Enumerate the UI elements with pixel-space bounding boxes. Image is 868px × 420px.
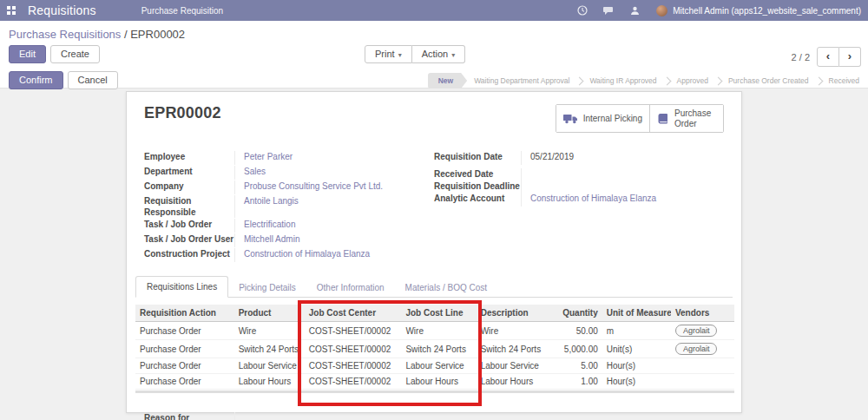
table-row[interactable]: Purchase Order Labour Hours COST-SHEET/0… [135, 374, 734, 390]
breadcrumb: Purchase Requisitions / EPR00002 [0, 21, 868, 41]
pager-previous-button[interactable]: ‹ [817, 47, 839, 67]
cancel-button[interactable]: Cancel [68, 71, 118, 89]
field-value-link[interactable]: Construction of Himalaya Elanza [521, 193, 724, 207]
field-analytic-account: Analytic Account Construction of Himalay… [434, 193, 724, 207]
field-requisition-responsible: Requisition Responsible Antoile Langis [144, 195, 434, 218]
requisition-lines-table: Requisition Action Product Job Cost Cent… [135, 305, 734, 390]
field-value-link[interactable]: Peter Parker [234, 151, 434, 165]
tab-picking-details[interactable]: Picking Details [228, 278, 306, 298]
edit-button[interactable]: Edit [9, 45, 46, 63]
field-requisition-deadline: Requisition Deadline [434, 180, 724, 193]
vendor-tag[interactable]: Agrolait [675, 343, 718, 355]
field-value-link[interactable]: Electrification [234, 219, 434, 233]
table-row[interactable]: Purchase Order Labour Service COST-SHEET… [135, 358, 734, 374]
col-vendors[interactable]: Vendors [671, 305, 734, 322]
col-job-cost-line[interactable]: Job Cost Line [401, 305, 476, 322]
create-button[interactable]: Create [50, 45, 100, 63]
purchase-order-button[interactable]: Purchase Order [649, 105, 723, 132]
field-employee: Employee Peter Parker [144, 151, 434, 165]
col-product[interactable]: Product [234, 305, 305, 322]
field-group-left: Employee Peter Parker Department Sales C… [144, 151, 434, 263]
field-value-link[interactable]: Construction of Himalaya Elanza [234, 248, 434, 262]
notebook-tabs: Requisitions Lines Picking Details Other… [135, 275, 733, 298]
breadcrumb-current: EPR00002 [130, 28, 185, 41]
chevron-down-icon: ▾ [451, 51, 455, 59]
col-description[interactable]: Description [477, 305, 551, 322]
app-title[interactable]: Requisitions [28, 3, 96, 17]
field-value [521, 168, 724, 180]
vendor-tag[interactable]: Agrolait [675, 325, 718, 337]
stat-button-label: Purchase Order [674, 108, 716, 128]
field-reason-for-requisitions: Reason for Requisitions [144, 412, 733, 420]
breadcrumb-parent-link[interactable]: Purchase Requisitions [9, 28, 121, 41]
field-received-date: Received Date [434, 168, 724, 180]
tab-requisitions-lines[interactable]: Requisitions Lines [135, 276, 228, 298]
chevron-down-icon: ▾ [398, 51, 402, 59]
status-step-waiting-ir-approved[interactable]: Waiting IR Approved [582, 76, 663, 85]
top-navbar: Requisitions Purchase Requisition Mitche… [0, 0, 868, 21]
field-group-right: Requisition Date 05/21/2019 Received Dat… [434, 151, 724, 263]
print-dropdown-button[interactable]: Print▾ [365, 45, 412, 63]
pager-next-button[interactable]: › [839, 47, 861, 67]
field-company: Company Probuse Consulting Service Pvt L… [144, 180, 434, 194]
truck-icon [563, 113, 578, 124]
field-value-link[interactable]: Probuse Consulting Service Pvt Ltd. [234, 180, 434, 194]
messages-icon[interactable] [595, 0, 621, 21]
user-avatar[interactable] [656, 5, 667, 16]
requisition-lines-table-wrap: Requisition Action Product Job Cost Cent… [135, 305, 733, 393]
internal-picking-button[interactable]: Internal Picking [556, 105, 649, 132]
tab-other-information[interactable]: Other Information [306, 278, 395, 298]
col-unit-of-measure[interactable]: Unit of Measure [602, 305, 671, 322]
status-step-purchase-order-created[interactable]: Purchase Order Created [721, 76, 816, 85]
status-step-new[interactable]: New [428, 73, 467, 89]
stat-button-box: Internal Picking Purchase Order [556, 104, 724, 133]
field-value-link[interactable]: Antoile Langis [234, 195, 434, 218]
field-task-job-order: Task / Job Order Electrification [144, 219, 434, 233]
table-bottom-rule [135, 390, 734, 393]
activity-clock-icon[interactable] [569, 0, 595, 21]
breadcrumb-separator: / [121, 28, 130, 41]
form-sheet: EPR00002 Internal Picking [126, 91, 742, 413]
control-panel: Purchase Requisitions / EPR00002 Edit Cr… [0, 21, 868, 89]
status-step-approved[interactable]: Approved [670, 76, 715, 85]
col-quantity[interactable]: Quantity [551, 305, 602, 322]
table-header-row: Requisition Action Product Job Cost Cent… [135, 305, 734, 322]
book-icon [657, 113, 669, 125]
field-value: 05/21/2019 [521, 151, 724, 165]
pager: 2 / 2 ‹ › [792, 47, 861, 67]
statusbar: New Waiting Department Approval Waiting … [428, 72, 866, 89]
field-requisition-date: Requisition Date 05/21/2019 [434, 151, 724, 165]
field-value-link[interactable]: Sales [234, 166, 434, 180]
field-construction-project: Construction Project Construction of Him… [144, 248, 434, 262]
field-value-link[interactable]: Mitchell Admin [234, 233, 434, 247]
status-step-received[interactable]: Received [822, 76, 866, 85]
field-task-job-order-user: Task / Job Order User Mitchell Admin [144, 233, 434, 247]
user-debug-icon[interactable] [621, 0, 648, 21]
pager-value: 2 / 2 [792, 52, 810, 62]
confirm-button[interactable]: Confirm [9, 71, 63, 89]
tab-materials-boq-cost[interactable]: Materials / BOQ Cost [395, 278, 497, 298]
user-menu[interactable]: Mitchell Admin (apps12_website_sale_comm… [673, 6, 861, 16]
table-row[interactable]: Purchase Order Switch 24 Ports COST-SHEE… [135, 340, 734, 358]
stat-button-label: Internal Picking [583, 114, 642, 124]
status-step-waiting-department-approval[interactable]: Waiting Department Approval [467, 76, 576, 85]
apps-grid-icon[interactable] [0, 0, 23, 21]
col-job-cost-center[interactable]: Job Cost Center [305, 305, 402, 322]
field-value [521, 180, 724, 193]
table-row[interactable]: Purchase Order Wire COST-SHEET/00002 Wir… [135, 322, 734, 340]
menu-purchase-requisition[interactable]: Purchase Requisition [141, 6, 224, 16]
app-window: Requisitions Purchase Requisition Mitche… [0, 0, 868, 420]
action-dropdown-button[interactable]: Action▾ [412, 45, 466, 63]
col-requisition-action[interactable]: Requisition Action [135, 305, 234, 322]
reason-text-area[interactable] [234, 412, 496, 420]
field-department: Department Sales [144, 166, 434, 180]
